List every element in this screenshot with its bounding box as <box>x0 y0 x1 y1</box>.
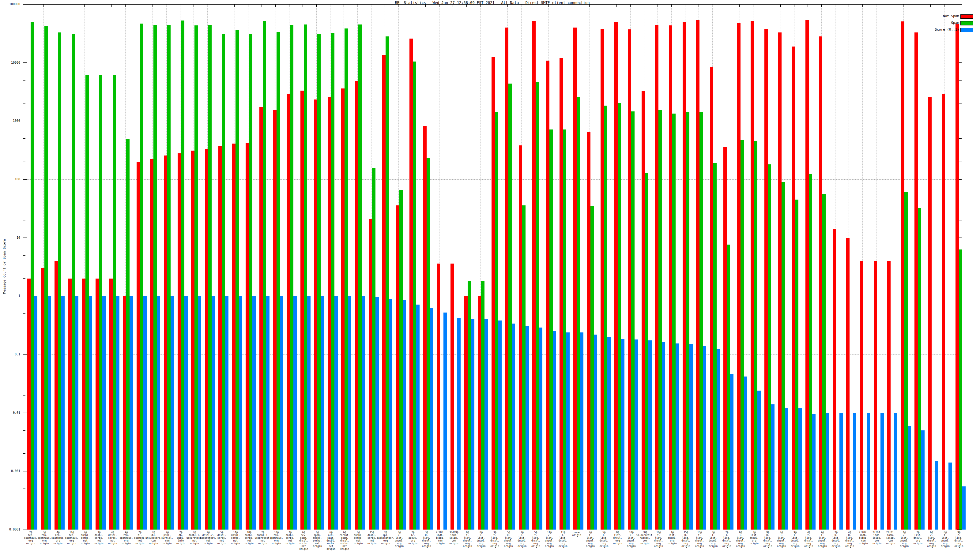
y-tick-label: 0.0001 <box>0 528 20 531</box>
legend-item: Spam <box>897 21 973 25</box>
rbl-statistics-chart: RBL Statistics - Wed Jan 27 12:58:09 EST… <box>0 0 980 551</box>
legend-item: Score (0..1) <box>897 27 973 32</box>
y-tick-label: 1 <box>0 294 20 297</box>
y-tick-label: 100000 <box>0 2 20 6</box>
legend-color-swatch <box>960 28 973 32</box>
y-tick-label: 10000 <box>0 61 20 64</box>
y-axis-title: Message Count or Spam Score <box>2 233 6 300</box>
legend-item-label: Spam <box>951 21 959 25</box>
y-tick-label: 0.01 <box>0 411 20 414</box>
legend-color-swatch <box>960 21 973 25</box>
legend-item-label: Not Spam <box>943 14 959 18</box>
y-tick-label: 10 <box>0 236 20 240</box>
y-tick-label: 0.001 <box>0 469 20 473</box>
x-category-label: 9@ 2. list. dnswl. org origin <box>949 531 969 548</box>
plot-border <box>23 4 962 530</box>
legend-item: Not Spam <box>897 14 973 18</box>
bar-score-0-1 <box>962 486 966 530</box>
y-tick-label: 0.1 <box>0 353 20 356</box>
y-tick-label: 100 <box>0 178 20 181</box>
y-tick-label: 1000 <box>0 119 20 122</box>
legend-item-label: Score (0..1) <box>935 27 959 32</box>
legend-color-swatch <box>960 14 973 19</box>
